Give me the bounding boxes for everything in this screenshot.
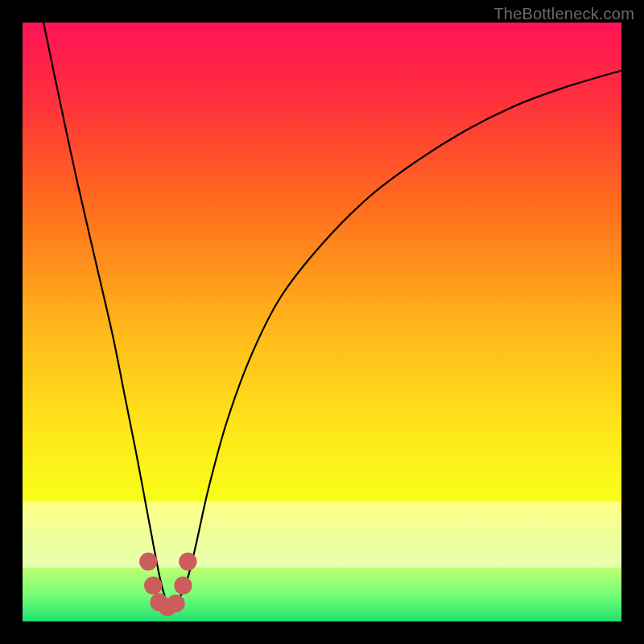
- highlight-point: [179, 552, 196, 570]
- highlight-point: [174, 576, 192, 594]
- pale-band: [23, 502, 621, 568]
- chart-frame: TheBottleneck.com: [0, 0, 644, 644]
- plot-area: [23, 23, 621, 621]
- highlight-point: [144, 576, 162, 594]
- watermark-text: TheBottleneck.com: [493, 5, 634, 23]
- chart-svg: [23, 23, 621, 621]
- highlight-point: [139, 552, 157, 570]
- highlight-point: [167, 595, 184, 613]
